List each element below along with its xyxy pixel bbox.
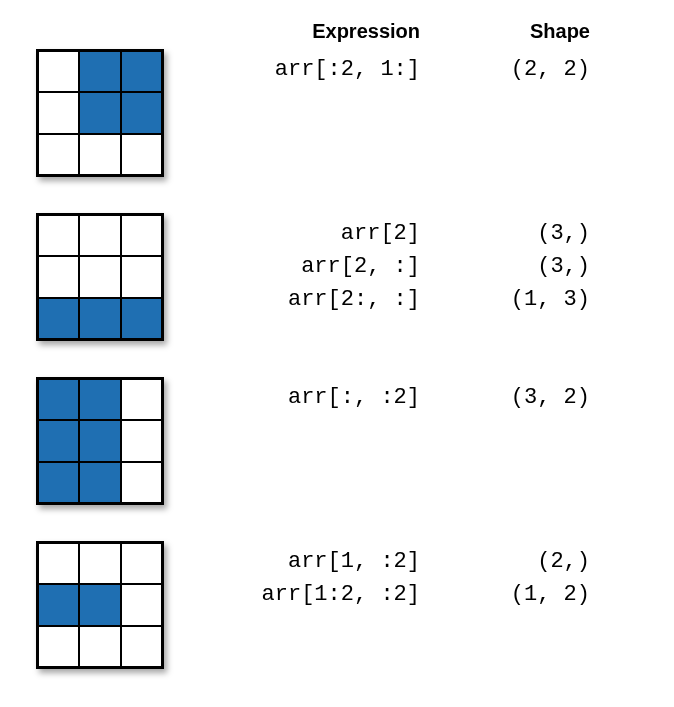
- text-rows: arr[:2, 1:] (2, 2): [180, 49, 644, 86]
- table-row: arr[2:, :] (1, 3): [180, 283, 644, 316]
- shape-text: (3,): [440, 217, 610, 250]
- expression-text: arr[:, :2]: [180, 381, 440, 414]
- text-rows: arr[2] (3,) arr[2, :] (3,) arr[2:, :] (1…: [180, 213, 644, 316]
- shape-text: (1, 3): [440, 283, 610, 316]
- grid-cell: [38, 51, 79, 92]
- grid-cell: [79, 92, 120, 133]
- grid-cell: [38, 298, 79, 339]
- grid-3x3: [36, 49, 164, 177]
- header-shape: Shape: [440, 20, 610, 43]
- expression-text: arr[2]: [180, 217, 440, 250]
- grid-cell: [38, 584, 79, 625]
- grid-cell: [79, 462, 120, 503]
- table-row: arr[1, :2] (2,): [180, 545, 644, 578]
- grid-cell: [79, 584, 120, 625]
- grid-cell: [121, 420, 162, 461]
- grid-3x3: [36, 213, 164, 341]
- grid-cell: [79, 256, 120, 297]
- grid-cell: [38, 543, 79, 584]
- header-row: Expression Shape: [30, 20, 644, 43]
- grid-cell: [121, 51, 162, 92]
- grid-cell: [38, 379, 79, 420]
- grid-cell: [121, 462, 162, 503]
- example-block: arr[:, :2] (3, 2): [30, 377, 644, 505]
- expression-text: arr[2:, :]: [180, 283, 440, 316]
- grid-cell: [121, 256, 162, 297]
- grid-cell: [38, 92, 79, 133]
- grid-cell: [121, 626, 162, 667]
- grid-cell: [121, 584, 162, 625]
- grid-cell: [121, 92, 162, 133]
- grid-cell: [79, 626, 120, 667]
- text-rows: arr[:, :2] (3, 2): [180, 377, 644, 414]
- shape-text: (2, 2): [440, 53, 610, 86]
- grid-3x3: [36, 377, 164, 505]
- grid-cell: [38, 215, 79, 256]
- expression-text: arr[1, :2]: [180, 545, 440, 578]
- table-row: arr[:, :2] (3, 2): [180, 381, 644, 414]
- example-block: arr[2] (3,) arr[2, :] (3,) arr[2:, :] (1…: [30, 213, 644, 341]
- example-block: arr[1, :2] (2,) arr[1:2, :2] (1, 2): [30, 541, 644, 669]
- grid-cell: [121, 215, 162, 256]
- expression-text: arr[2, :]: [180, 250, 440, 283]
- header-expression: Expression: [180, 20, 440, 43]
- table-row: arr[:2, 1:] (2, 2): [180, 53, 644, 86]
- table-row: arr[2] (3,): [180, 217, 644, 250]
- expression-text: arr[:2, 1:]: [180, 53, 440, 86]
- grid-3x3: [36, 541, 164, 669]
- grid-cell: [38, 462, 79, 503]
- grid-cell: [79, 51, 120, 92]
- grid-cell: [79, 215, 120, 256]
- shape-text: (3,): [440, 250, 610, 283]
- grid-cell: [38, 134, 79, 175]
- expression-text: arr[1:2, :2]: [180, 578, 440, 611]
- text-rows: arr[1, :2] (2,) arr[1:2, :2] (1, 2): [180, 541, 644, 611]
- shape-text: (2,): [440, 545, 610, 578]
- grid-cell: [38, 420, 79, 461]
- shape-text: (3, 2): [440, 381, 610, 414]
- slicing-diagram: Expression Shape arr[:2, 1:] (2, 2): [30, 20, 644, 669]
- grid-cell: [79, 543, 120, 584]
- grid-cell: [121, 134, 162, 175]
- grid-cell: [79, 420, 120, 461]
- shape-text: (1, 2): [440, 578, 610, 611]
- example-block: arr[:2, 1:] (2, 2): [30, 49, 644, 177]
- grid-cell: [38, 626, 79, 667]
- grid-cell: [121, 298, 162, 339]
- grid-cell: [121, 543, 162, 584]
- grid-cell: [38, 256, 79, 297]
- table-row: arr[2, :] (3,): [180, 250, 644, 283]
- grid-cell: [79, 379, 120, 420]
- grid-cell: [79, 134, 120, 175]
- grid-cell: [121, 379, 162, 420]
- grid-cell: [79, 298, 120, 339]
- table-row: arr[1:2, :2] (1, 2): [180, 578, 644, 611]
